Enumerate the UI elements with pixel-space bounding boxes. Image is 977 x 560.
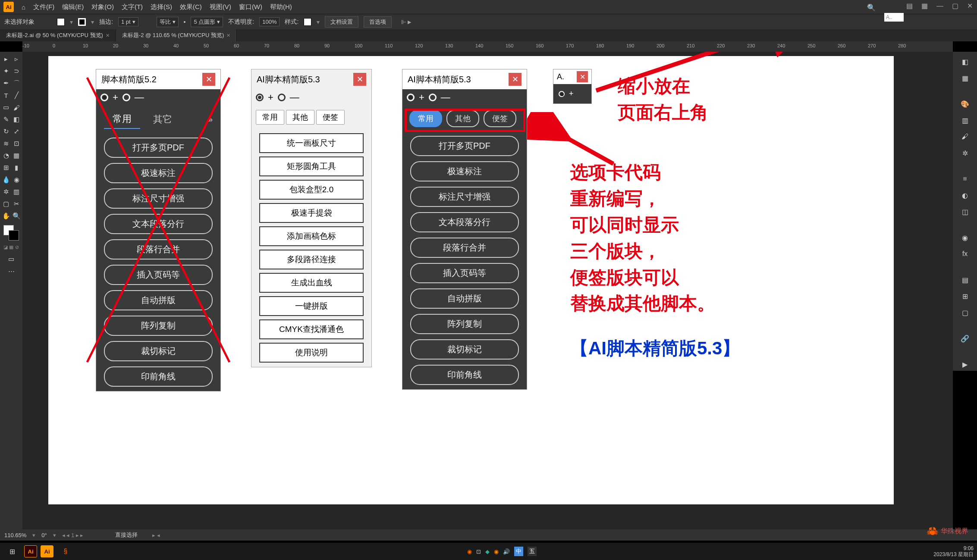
radio-dark[interactable] xyxy=(559,91,565,97)
tab-notes[interactable]: 便签 xyxy=(316,110,345,125)
start-button[interactable]: ⊞ xyxy=(3,544,21,558)
canvas[interactable]: 脚本精简版5.2 ✕ + — 常用 其它 » xyxy=(22,52,953,529)
radio-dark[interactable] xyxy=(101,94,108,101)
blend-tool[interactable]: ◉ xyxy=(11,176,22,184)
tray-icon[interactable]: ◉ xyxy=(467,548,472,555)
btn-text-split[interactable]: 文本段落分行 xyxy=(104,214,213,234)
btn-package-box[interactable]: 包装盒型2.0 xyxy=(259,180,364,200)
chevron-icon[interactable]: » xyxy=(208,115,213,124)
btn-dimension[interactable]: 标注尺寸增强 xyxy=(104,188,213,209)
opacity-field[interactable]: 100% xyxy=(259,17,280,26)
rotate-field[interactable]: 0° xyxy=(41,532,47,538)
style-swatch[interactable] xyxy=(304,18,311,26)
menu-text[interactable]: 文字(T) xyxy=(122,3,143,11)
stroke-panel-icon[interactable]: ≡ xyxy=(957,172,973,185)
mesh-tool[interactable]: ⊞ xyxy=(1,164,11,172)
close-button[interactable]: ✕ xyxy=(353,73,366,86)
paintbrush-tool[interactable]: 🖌 xyxy=(11,104,22,111)
btn-cmyk-pantone[interactable]: CMYK查找潘通色 xyxy=(259,319,364,339)
btn-handbag[interactable]: 极速手提袋 xyxy=(259,203,364,223)
color-panel-icon[interactable]: 🎨 xyxy=(957,97,973,110)
close-button[interactable]: ✕ xyxy=(509,73,521,86)
links-panel-icon[interactable]: 🔗 xyxy=(957,332,973,345)
radio-dark[interactable] xyxy=(256,94,264,101)
shaper-tool[interactable]: ✎ xyxy=(1,116,11,123)
color-mode[interactable]: ◪ ▦ ⊘ xyxy=(3,241,20,253)
stroke-swatch[interactable] xyxy=(78,18,86,26)
perspective-tool[interactable]: ▦ xyxy=(11,152,22,160)
swatches-panel-icon[interactable]: ▥ xyxy=(957,114,973,127)
search-box-mini[interactable]: A.. xyxy=(884,13,904,22)
menu-window[interactable]: 窗口(W) xyxy=(239,3,262,11)
btn-auto-impose[interactable]: 自动拼版 xyxy=(410,288,519,309)
symbols-panel-icon[interactable]: ✲ xyxy=(957,147,973,160)
radio-light[interactable] xyxy=(278,94,286,101)
play-icon[interactable]: ▶ xyxy=(957,358,973,371)
btn-corner-marks[interactable]: 印前角线 xyxy=(104,366,213,387)
task-ai-2[interactable]: Ai xyxy=(41,545,53,557)
doc-setup-button[interactable]: 文档设置 xyxy=(325,16,358,28)
menu-file[interactable]: 文件(F) xyxy=(33,3,54,11)
prefs-button[interactable]: 首选项 xyxy=(364,16,392,28)
screen-mode[interactable]: ▭ xyxy=(3,253,20,265)
align-icon[interactable]: ⊩► xyxy=(401,19,412,25)
close-button[interactable]: ✕ xyxy=(577,71,588,82)
menu-view[interactable]: 视图(V) xyxy=(210,3,231,11)
tray-ime-icon[interactable]: 中 xyxy=(514,547,523,556)
btn-corner-marks[interactable]: 印前角线 xyxy=(410,365,519,385)
btn-crop-marks[interactable]: 裁切标记 xyxy=(410,339,519,360)
eyedropper-tool[interactable]: 💧 xyxy=(1,176,11,184)
btn-auto-impose[interactable]: 自动拼版 xyxy=(104,290,213,310)
btn-color-swatch[interactable]: 添加画稿色标 xyxy=(259,226,364,246)
transparency-panel-icon[interactable]: ◫ xyxy=(957,205,973,218)
color-box[interactable] xyxy=(3,225,19,241)
task-ai-1[interactable]: Ai xyxy=(24,545,37,557)
radio-light[interactable] xyxy=(123,94,130,101)
tray-volume-icon[interactable]: 🔊 xyxy=(503,548,510,555)
asset-panel-icon[interactable]: ⊞ xyxy=(957,290,973,303)
scale-tool[interactable]: ⤢ xyxy=(11,128,22,135)
eraser-tool[interactable]: ◧ xyxy=(11,116,22,123)
rectangle-tool[interactable]: ▭ xyxy=(1,103,11,111)
workspace-icon[interactable]: ▦ xyxy=(921,2,928,10)
edit-toolbar[interactable]: ⋯ xyxy=(3,266,20,277)
gradient-panel-icon[interactable]: ◐ xyxy=(957,189,973,202)
tray-icon[interactable]: ◆ xyxy=(485,548,490,555)
zoom-field[interactable]: 110.65% xyxy=(4,532,26,538)
width-tool[interactable]: ≋ xyxy=(1,140,11,147)
direct-selection-tool[interactable]: ▹ xyxy=(11,55,22,63)
menu-object[interactable]: 对象(O) xyxy=(91,3,114,11)
appearance-panel-icon[interactable]: ◉ xyxy=(957,231,973,244)
menu-help[interactable]: 帮助(H) xyxy=(270,3,292,11)
menu-edit[interactable]: 编辑(E) xyxy=(62,3,84,11)
tray-icon[interactable]: ⊡ xyxy=(476,548,481,555)
radio-dark[interactable] xyxy=(407,94,415,101)
btn-bleed-line[interactable]: 生成出血线 xyxy=(259,273,364,293)
close-icon[interactable]: ✕ xyxy=(226,33,230,38)
btn-merge-lines[interactable]: 段落行合并 xyxy=(410,238,519,258)
btn-merge-lines[interactable]: 段落行合并 xyxy=(104,239,213,260)
close-icon[interactable]: ✕ xyxy=(967,2,973,10)
pen-tool[interactable]: ✒ xyxy=(1,79,11,87)
btn-fast-mark[interactable]: 极速标注 xyxy=(104,163,213,183)
btn-array-copy[interactable]: 阵列复制 xyxy=(104,316,213,336)
btn-fast-mark[interactable]: 极速标注 xyxy=(410,161,519,181)
taskbar-clock[interactable]: 9:06 2023/8/13 星期日 xyxy=(933,545,974,558)
brush-dropdown[interactable]: 5 点圆形 ▾ xyxy=(191,17,223,27)
btn-text-split[interactable]: 文本段落分行 xyxy=(410,212,519,232)
hand-tool[interactable]: ✋ xyxy=(1,212,11,220)
graph-tool[interactable]: ▥ xyxy=(11,188,22,196)
rotate-tool[interactable]: ↻ xyxy=(1,128,11,135)
arrange-icon[interactable]: ▤ xyxy=(906,2,913,10)
lasso-tool[interactable]: ⊃ xyxy=(11,67,22,75)
uniform-dropdown[interactable]: 等比 ▾ xyxy=(157,17,179,27)
close-icon[interactable]: ✕ xyxy=(106,33,110,38)
libraries-panel-icon[interactable]: ▦ xyxy=(957,72,973,84)
btn-array-copy[interactable]: 阵列复制 xyxy=(410,314,519,334)
task-app-3[interactable]: § xyxy=(57,544,74,558)
layers-panel-icon[interactable]: ▤ xyxy=(957,273,973,286)
stroke-width[interactable]: 1 pt ▾ xyxy=(118,17,138,26)
btn-unify-artboard[interactable]: 统一画板尺寸 xyxy=(259,133,364,153)
brushes-panel-icon[interactable]: 🖌 xyxy=(957,130,973,143)
artboard-nav[interactable]: ◂ ◂ 1 ▸ ▸ xyxy=(62,532,84,538)
